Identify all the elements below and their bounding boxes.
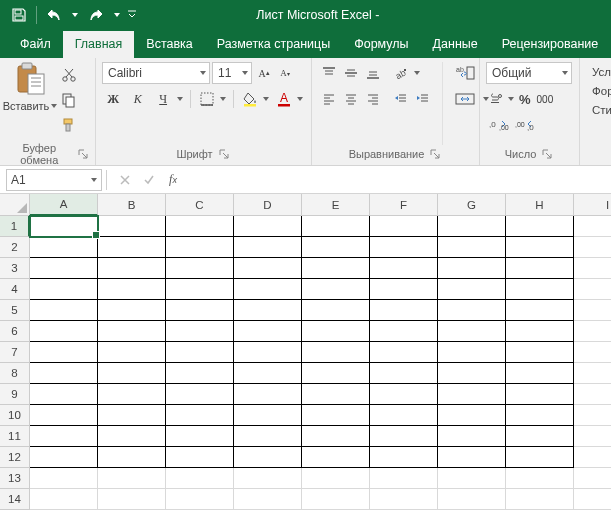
enter-formula-button[interactable] bbox=[137, 169, 161, 191]
row-header[interactable]: 5 bbox=[0, 300, 30, 321]
save-button[interactable] bbox=[6, 2, 32, 28]
accounting-format-button[interactable] bbox=[486, 88, 506, 110]
cell[interactable] bbox=[574, 300, 611, 321]
cell[interactable] bbox=[506, 237, 574, 258]
undo-button[interactable] bbox=[41, 2, 67, 28]
cell[interactable] bbox=[506, 426, 574, 447]
cell[interactable] bbox=[370, 426, 438, 447]
cell[interactable] bbox=[370, 468, 438, 489]
number-dialog-launcher[interactable] bbox=[540, 147, 554, 161]
cell[interactable] bbox=[30, 279, 98, 300]
cell[interactable] bbox=[166, 258, 234, 279]
cell[interactable] bbox=[98, 279, 166, 300]
cell[interactable] bbox=[166, 363, 234, 384]
cell[interactable] bbox=[302, 300, 370, 321]
cell[interactable] bbox=[574, 342, 611, 363]
cell[interactable] bbox=[370, 447, 438, 468]
cell[interactable] bbox=[98, 300, 166, 321]
row-header[interactable]: 10 bbox=[0, 405, 30, 426]
cell[interactable] bbox=[166, 447, 234, 468]
cell[interactable] bbox=[574, 405, 611, 426]
cell[interactable] bbox=[30, 363, 98, 384]
cell[interactable] bbox=[30, 258, 98, 279]
tab-data[interactable]: Данные bbox=[421, 31, 490, 58]
cell[interactable] bbox=[574, 468, 611, 489]
cell[interactable] bbox=[574, 279, 611, 300]
cell[interactable] bbox=[166, 237, 234, 258]
name-box[interactable]: A1 bbox=[6, 169, 102, 191]
cell[interactable] bbox=[302, 216, 370, 237]
cell[interactable] bbox=[166, 279, 234, 300]
cell[interactable] bbox=[506, 321, 574, 342]
cell[interactable] bbox=[506, 363, 574, 384]
cell[interactable] bbox=[234, 489, 302, 510]
underline-dropdown[interactable] bbox=[175, 88, 185, 110]
cancel-formula-button[interactable] bbox=[113, 169, 137, 191]
cell[interactable] bbox=[438, 363, 506, 384]
cell[interactable] bbox=[234, 426, 302, 447]
cell[interactable] bbox=[98, 447, 166, 468]
cell[interactable] bbox=[438, 426, 506, 447]
increase-decimal-button[interactable]: ,0,00 bbox=[486, 114, 512, 136]
cell[interactable] bbox=[30, 447, 98, 468]
cell[interactable] bbox=[98, 216, 166, 237]
cell[interactable] bbox=[234, 300, 302, 321]
cell[interactable] bbox=[30, 237, 98, 258]
cell[interactable] bbox=[438, 321, 506, 342]
cell[interactable] bbox=[438, 279, 506, 300]
cell[interactable] bbox=[98, 237, 166, 258]
bold-button[interactable]: Ж bbox=[102, 88, 125, 110]
fill-color-button[interactable] bbox=[239, 88, 261, 110]
cell[interactable] bbox=[438, 216, 506, 237]
font-color-dropdown[interactable] bbox=[295, 88, 305, 110]
row-header[interactable]: 8 bbox=[0, 363, 30, 384]
conditional-formatting-button[interactable]: Усл bbox=[588, 64, 605, 80]
column-header[interactable]: G bbox=[438, 194, 506, 216]
cell[interactable] bbox=[506, 447, 574, 468]
cell[interactable] bbox=[98, 468, 166, 489]
percent-button[interactable]: % bbox=[516, 88, 534, 110]
cell[interactable] bbox=[438, 489, 506, 510]
row-header[interactable]: 14 bbox=[0, 489, 30, 510]
cell[interactable] bbox=[30, 426, 98, 447]
cell[interactable] bbox=[234, 321, 302, 342]
cell[interactable] bbox=[166, 405, 234, 426]
cell[interactable] bbox=[234, 216, 302, 237]
cell[interactable] bbox=[166, 216, 234, 237]
tab-review[interactable]: Рецензирование bbox=[490, 31, 611, 58]
cell[interactable] bbox=[370, 237, 438, 258]
cell[interactable] bbox=[234, 384, 302, 405]
cell[interactable] bbox=[166, 468, 234, 489]
row-header[interactable]: 2 bbox=[0, 237, 30, 258]
cell[interactable] bbox=[98, 363, 166, 384]
cell[interactable] bbox=[234, 279, 302, 300]
paste-button[interactable]: Вставить bbox=[6, 62, 54, 145]
tab-home[interactable]: Главная bbox=[63, 31, 135, 58]
cell[interactable] bbox=[506, 384, 574, 405]
cell[interactable] bbox=[370, 342, 438, 363]
cell[interactable] bbox=[574, 321, 611, 342]
select-all-button[interactable] bbox=[0, 194, 30, 216]
clipboard-dialog-launcher[interactable] bbox=[77, 147, 89, 161]
cell[interactable] bbox=[574, 489, 611, 510]
cell[interactable] bbox=[370, 279, 438, 300]
column-header[interactable]: I bbox=[574, 194, 611, 216]
cell[interactable] bbox=[166, 342, 234, 363]
cell[interactable] bbox=[506, 489, 574, 510]
accounting-dropdown[interactable] bbox=[506, 88, 516, 110]
underline-button[interactable]: Ч bbox=[151, 88, 175, 110]
cell[interactable] bbox=[438, 258, 506, 279]
qat-customize[interactable] bbox=[125, 2, 139, 28]
cell[interactable] bbox=[234, 258, 302, 279]
tab-pagelayout[interactable]: Разметка страницы bbox=[205, 31, 342, 58]
cell[interactable] bbox=[506, 258, 574, 279]
cell[interactable] bbox=[234, 447, 302, 468]
row-header[interactable]: 1 bbox=[0, 216, 30, 237]
cut-button[interactable] bbox=[58, 64, 80, 86]
cell[interactable] bbox=[370, 300, 438, 321]
cell[interactable] bbox=[302, 405, 370, 426]
align-bottom-button[interactable] bbox=[362, 62, 384, 84]
row-header[interactable]: 9 bbox=[0, 384, 30, 405]
cell[interactable] bbox=[166, 426, 234, 447]
cell[interactable] bbox=[98, 426, 166, 447]
